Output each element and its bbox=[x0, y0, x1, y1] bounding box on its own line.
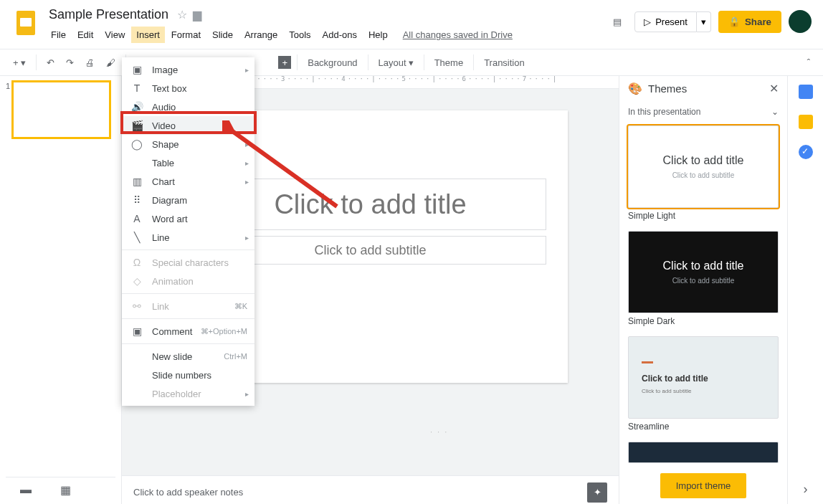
dropdown-shape[interactable]: ◯Shape▸ bbox=[122, 135, 254, 153]
menu-view[interactable]: View bbox=[100, 27, 130, 43]
menu-bar: File Edit View Insert Format Slide Arran… bbox=[46, 27, 513, 43]
keep-icon[interactable] bbox=[799, 115, 813, 129]
print-button[interactable]: 🖨 bbox=[81, 54, 99, 72]
shortcut-label: ⌘+Option+M bbox=[201, 327, 247, 336]
dropdown-video[interactable]: 🎬Video bbox=[122, 116, 254, 135]
submenu-arrow-icon: ▸ bbox=[245, 159, 249, 167]
menu-insert[interactable]: Insert bbox=[131, 27, 165, 43]
chart-icon: ▥ bbox=[130, 176, 143, 187]
slide-thumbnail-1[interactable] bbox=[13, 82, 110, 138]
dropdown-animation: ◇Animation bbox=[122, 272, 254, 290]
theme-preview-title: Click to add title bbox=[663, 260, 744, 272]
paint-format-button[interactable]: 🖌 bbox=[102, 54, 120, 72]
menu-help[interactable]: Help bbox=[363, 27, 393, 43]
themes-panel: 🎨 Themes ✕ In this presentation ⌄ Click … bbox=[619, 76, 787, 504]
theme-name-label: Streamline bbox=[628, 419, 779, 437]
background-button[interactable]: Background bbox=[303, 54, 361, 72]
side-rail: › bbox=[787, 76, 823, 504]
slides-logo[interactable] bbox=[11, 6, 40, 40]
dropdown-table[interactable]: Table▸ bbox=[122, 153, 254, 172]
redo-button[interactable]: ↷ bbox=[62, 54, 78, 72]
submenu-arrow-icon: ▸ bbox=[245, 141, 249, 148]
dropdown-textbox[interactable]: TText box bbox=[122, 79, 254, 98]
slide-number: 1 bbox=[6, 82, 10, 138]
menu-file[interactable]: File bbox=[46, 27, 71, 43]
menu-arrange[interactable]: Arrange bbox=[239, 27, 282, 43]
comments-icon[interactable]: ▤ bbox=[607, 11, 627, 32]
import-theme-button[interactable]: Import theme bbox=[660, 473, 747, 498]
menu-addons[interactable]: Add-ons bbox=[318, 27, 362, 43]
share-button[interactable]: 🔒 Share bbox=[718, 11, 781, 33]
dropdown-audio[interactable]: 🔊Audio bbox=[122, 98, 254, 116]
video-icon: 🎬 bbox=[130, 120, 143, 131]
theme-preview-sub: Click to add subtitle bbox=[672, 171, 735, 179]
theme-preview-title: Click to add title bbox=[642, 374, 708, 384]
account-avatar[interactable] bbox=[789, 10, 812, 33]
shape-icon: ◯ bbox=[130, 138, 143, 150]
submenu-arrow-icon: ▸ bbox=[245, 390, 249, 398]
dropdown-newslide[interactable]: New slideCtrl+M bbox=[122, 347, 254, 366]
present-dropdown[interactable]: ▾ bbox=[697, 11, 711, 32]
insert-dropdown: ▣Image▸ TText box 🔊Audio 🎬Video ◯Shape▸ … bbox=[122, 57, 254, 406]
palette-icon: 🎨 bbox=[628, 82, 642, 95]
theme-card-streamline[interactable]: Click to add title Click to add subtitle… bbox=[628, 336, 779, 437]
theme-preview-sub: Click to add subtitle bbox=[672, 277, 735, 285]
close-themes-button[interactable]: ✕ bbox=[769, 82, 779, 95]
dropdown-wordart[interactable]: AWord art bbox=[122, 209, 254, 228]
shortcut-label: ⌘K bbox=[234, 302, 247, 311]
present-button[interactable]: ▷ Present bbox=[634, 11, 697, 32]
explore-button[interactable]: ✦ bbox=[587, 482, 607, 503]
chevron-down-icon[interactable]: ⌄ bbox=[771, 107, 779, 117]
layout-button[interactable]: Layout ▾ bbox=[374, 54, 418, 72]
speaker-notes: Click to add speaker notes ✦ bbox=[122, 475, 619, 504]
collapse-toolbar-button[interactable]: ˆ bbox=[803, 54, 814, 72]
special-chars-icon: Ω bbox=[130, 257, 143, 268]
filmstrip-view-icon[interactable]: ▬ bbox=[20, 483, 32, 497]
insert-placeholder-icon[interactable]: + bbox=[278, 56, 291, 69]
theme-card-simple-light[interactable]: Click to add title Click to add subtitle… bbox=[628, 125, 779, 227]
submenu-arrow-icon: ▸ bbox=[245, 234, 249, 242]
filmstrip: 1 ▬ ▦ bbox=[0, 76, 122, 504]
doc-title[interactable]: Sample Presentation bbox=[46, 6, 171, 24]
dropdown-line[interactable]: ╲Line▸ bbox=[122, 228, 254, 247]
themes-subtitle: In this presentation bbox=[628, 107, 700, 117]
dropdown-placeholder: Placeholder▸ bbox=[122, 384, 254, 403]
dropdown-chart[interactable]: ▥Chart▸ bbox=[122, 172, 254, 191]
audio-icon: 🔊 bbox=[130, 101, 143, 113]
theme-preview-sub: Click to add subtitle bbox=[642, 388, 691, 394]
dropdown-link: ⚯Link⌘K bbox=[122, 297, 254, 315]
submenu-arrow-icon: ▸ bbox=[245, 178, 249, 186]
dropdown-special: ΩSpecial characters bbox=[122, 253, 254, 272]
theme-name-label: Simple Light bbox=[628, 208, 779, 227]
notes-placeholder[interactable]: Click to add speaker notes bbox=[133, 487, 243, 498]
tasks-icon[interactable] bbox=[799, 145, 813, 159]
image-icon: ▣ bbox=[130, 64, 143, 75]
dropdown-comment[interactable]: ▣Comment⌘+Option+M bbox=[122, 322, 254, 341]
dropdown-diagram[interactable]: ⠿Diagram bbox=[122, 191, 254, 209]
diagram-icon: ⠿ bbox=[130, 194, 143, 206]
menu-format[interactable]: Format bbox=[166, 27, 206, 43]
dropdown-image[interactable]: ▣Image▸ bbox=[122, 60, 254, 79]
submenu-arrow-icon: ▸ bbox=[245, 66, 249, 74]
theme-card-focus[interactable] bbox=[628, 442, 779, 463]
dropdown-slidenumbers[interactable]: Slide numbers bbox=[122, 366, 254, 384]
shortcut-label: Ctrl+M bbox=[224, 352, 247, 361]
menu-slide[interactable]: Slide bbox=[207, 27, 238, 43]
calendar-icon[interactable] bbox=[799, 85, 813, 99]
theme-button[interactable]: Theme bbox=[430, 54, 467, 72]
star-icon[interactable]: ☆ bbox=[177, 8, 187, 22]
grid-view-icon[interactable]: ▦ bbox=[60, 483, 71, 497]
drag-handle[interactable]: · · · bbox=[430, 427, 448, 436]
side-rail-chevron-icon[interactable]: › bbox=[804, 482, 808, 497]
undo-button[interactable]: ↶ bbox=[42, 54, 59, 72]
save-status[interactable]: All changes saved in Drive bbox=[403, 29, 513, 40]
line-icon: ╲ bbox=[130, 232, 143, 243]
new-slide-button[interactable]: + ▾ bbox=[9, 54, 30, 72]
menu-edit[interactable]: Edit bbox=[72, 27, 98, 43]
transition-button[interactable]: Transition bbox=[480, 54, 529, 72]
theme-card-simple-dark[interactable]: Click to add title Click to add subtitle… bbox=[628, 231, 779, 332]
theme-name-label: Simple Dark bbox=[628, 313, 779, 332]
menu-tools[interactable]: Tools bbox=[284, 27, 315, 43]
move-folder-icon[interactable]: ▆ bbox=[193, 8, 201, 22]
header: Sample Presentation ☆ ▆ File Edit View I… bbox=[0, 0, 823, 43]
